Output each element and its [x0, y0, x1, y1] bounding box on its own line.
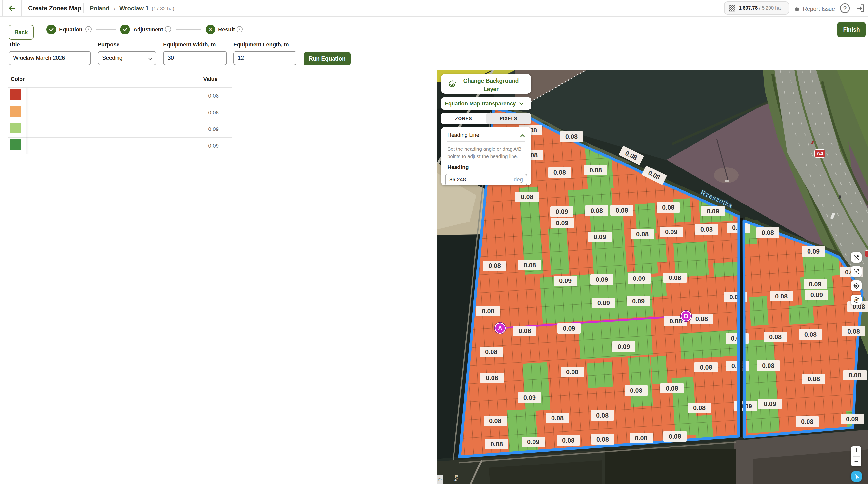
svg-text:0.08: 0.08 [666, 385, 678, 392]
svg-text:0.08: 0.08 [486, 374, 498, 382]
svg-text:0.08: 0.08 [521, 193, 533, 200]
svg-text:0.09: 0.09 [563, 325, 576, 332]
svg-text:0.08: 0.08 [630, 387, 643, 394]
svg-text:0.08: 0.08 [762, 229, 774, 236]
svg-text:0.08: 0.08 [489, 262, 501, 269]
svg-text:0.09: 0.09 [559, 277, 572, 284]
svg-text:0.08: 0.08 [804, 331, 817, 338]
svg-text:0.08: 0.08 [695, 315, 708, 323]
svg-text:0.08: 0.08 [801, 418, 814, 425]
svg-text:0.08: 0.08 [524, 261, 536, 269]
svg-text:0.08: 0.08 [482, 308, 494, 315]
svg-text:0.08: 0.08 [489, 417, 502, 424]
svg-text:0.09: 0.09 [707, 207, 719, 215]
svg-text:0.09: 0.09 [527, 438, 540, 446]
svg-text:0.09: 0.09 [556, 208, 568, 215]
svg-text:0.08: 0.08 [762, 362, 775, 369]
svg-text:0.08: 0.08 [591, 207, 603, 214]
svg-text:0.08: 0.08 [847, 328, 860, 335]
svg-text:0.09: 0.09 [597, 299, 610, 306]
svg-text:0.09: 0.09 [632, 297, 645, 305]
svg-text:0.09: 0.09 [846, 415, 859, 423]
svg-text:0.08: 0.08 [554, 169, 566, 176]
svg-text:?: ? [843, 5, 847, 11]
svg-text:0.08: 0.08 [669, 433, 681, 440]
svg-text:0.09: 0.09 [556, 219, 568, 227]
svg-text:0.09: 0.09 [810, 291, 823, 298]
svg-text:0.08: 0.08 [616, 207, 628, 214]
svg-text:0.09: 0.09 [809, 281, 822, 288]
svg-text:0.08: 0.08 [491, 440, 503, 448]
svg-text:0.08: 0.08 [519, 327, 531, 334]
svg-text:0.09: 0.09 [523, 394, 536, 401]
svg-text:B: B [684, 313, 688, 319]
svg-text:0.08: 0.08 [775, 293, 788, 300]
svg-text:0.08: 0.08 [566, 368, 579, 376]
svg-text:0.08: 0.08 [669, 274, 681, 282]
svg-text:0.08: 0.08 [485, 348, 498, 355]
svg-text:0.08: 0.08 [565, 133, 578, 140]
svg-text:0.09: 0.09 [633, 275, 646, 282]
svg-text:0.09: 0.09 [665, 228, 678, 235]
svg-text:0.08: 0.08 [808, 375, 820, 383]
svg-text:0.09: 0.09 [807, 248, 820, 255]
svg-text:wa: wa [453, 474, 459, 482]
svg-text:0.08: 0.08 [701, 226, 713, 233]
svg-text:0.08: 0.08 [769, 333, 782, 341]
svg-text:0.08: 0.08 [636, 230, 649, 238]
svg-text:0.08: 0.08 [700, 364, 712, 371]
svg-text:0.08: 0.08 [849, 372, 861, 379]
svg-text:0.08: 0.08 [635, 434, 648, 442]
svg-text:0.08: 0.08 [596, 435, 609, 443]
svg-text:0.09: 0.09 [764, 400, 776, 408]
svg-text:0.09: 0.09 [594, 233, 606, 240]
svg-text:0.09: 0.09 [618, 343, 630, 350]
svg-text:3D: 3D [855, 298, 858, 302]
svg-text:©: © [438, 477, 441, 482]
svg-text:A4: A4 [816, 151, 824, 157]
svg-text:A: A [498, 325, 502, 331]
svg-text:0.08: 0.08 [662, 204, 675, 211]
svg-text:0.08: 0.08 [551, 414, 564, 422]
svg-text:0.08: 0.08 [693, 404, 706, 412]
svg-text:0.09: 0.09 [596, 276, 608, 283]
svg-text:0.08: 0.08 [670, 318, 682, 325]
svg-text:0.08: 0.08 [596, 412, 609, 419]
svg-text:0.08: 0.08 [590, 166, 602, 174]
svg-text:0.08: 0.08 [562, 437, 575, 444]
